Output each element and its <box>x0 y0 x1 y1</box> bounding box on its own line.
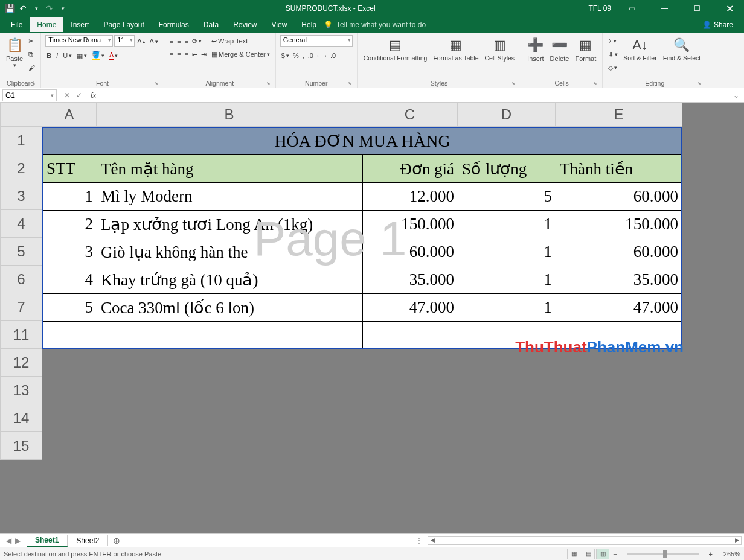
cell[interactable]: 47.000 <box>362 293 458 321</box>
cell[interactable]: 60.000 <box>556 238 682 266</box>
bold-button[interactable]: B <box>45 49 53 62</box>
cell[interactable]: 5 <box>42 293 97 321</box>
zoom-in-button[interactable]: + <box>705 550 716 558</box>
increase-decimal-button[interactable]: .0→ <box>306 49 322 62</box>
column-header-B[interactable]: B <box>97 103 362 127</box>
next-sheet-icon[interactable]: ▶ <box>15 536 21 545</box>
font-size-combo[interactable]: 11 <box>114 35 135 47</box>
cell[interactable]: 1 <box>458 293 556 321</box>
cell[interactable]: 35.000 <box>362 266 458 293</box>
cell[interactable] <box>42 321 97 349</box>
merge-center-button[interactable]: ▦ Merge & Center ▾ <box>210 48 272 61</box>
fx-icon[interactable]: fx <box>87 91 100 100</box>
row-header-4[interactable]: 4 <box>0 210 42 238</box>
normal-view-button[interactable]: ▦ <box>567 549 580 559</box>
cell[interactable]: 1 <box>42 182 97 210</box>
tab-page-layout[interactable]: Page Layout <box>96 18 151 32</box>
copy-button[interactable]: ⧉ <box>27 48 37 61</box>
ribbon-display-icon[interactable]: ▭ <box>620 0 644 17</box>
cell[interactable]: 12.000 <box>362 182 458 210</box>
user-name[interactable]: TFL 09 <box>588 4 611 13</box>
select-all-corner[interactable] <box>0 103 42 127</box>
maximize-icon[interactable]: ☐ <box>685 0 709 17</box>
horizontal-scrollbar[interactable]: ◀ ▶ <box>428 536 742 545</box>
row-header-13[interactable]: 13 <box>0 377 42 404</box>
row-header-7[interactable]: 7 <box>0 293 42 321</box>
autosum-button[interactable]: Σ ▾ <box>606 34 620 48</box>
cell[interactable]: Coca 330ml (lốc 6 lon) <box>97 293 362 321</box>
align-right-button[interactable]: ≡ <box>183 48 190 61</box>
cell[interactable]: 60.000 <box>362 238 458 266</box>
cell[interactable]: Giò lụa không hàn the <box>97 238 362 266</box>
row-header-1[interactable]: 1 <box>0 127 42 154</box>
decrease-decimal-button[interactable]: ←.0 <box>322 49 338 62</box>
cell[interactable]: Số lượng <box>458 154 556 182</box>
insert-cells-button[interactable]: ➕Insert <box>525 34 547 63</box>
cell[interactable]: 3 <box>42 238 97 266</box>
conditional-formatting-button[interactable]: ▤Conditional Formatting <box>361 34 430 63</box>
tab-home[interactable]: Home <box>30 18 63 32</box>
formula-input[interactable] <box>100 89 728 101</box>
format-as-table-button[interactable]: ▦Format as Table <box>431 34 481 63</box>
align-bottom-button[interactable]: ≡ <box>183 34 190 48</box>
column-header-D[interactable]: D <box>458 103 556 127</box>
format-cells-button[interactable]: ▦Format <box>572 34 598 63</box>
prev-sheet-icon[interactable]: ◀ <box>6 536 11 545</box>
undo-icon[interactable]: ↶ <box>18 4 28 13</box>
row-header-6[interactable]: 6 <box>0 266 42 293</box>
row-header-15[interactable]: 15 <box>0 432 42 460</box>
cell[interactable]: Khay trứng gà (10 quả) <box>97 266 362 293</box>
cell[interactable]: 1 <box>458 238 556 266</box>
font-name-combo[interactable]: Times New Roma <box>45 35 113 47</box>
clear-button[interactable]: ◇ ▾ <box>606 61 620 74</box>
italic-button[interactable]: I <box>54 49 60 62</box>
font-color-button[interactable]: A ▾ <box>107 49 120 62</box>
percent-format-button[interactable]: % <box>291 49 301 62</box>
tab-help[interactable]: Help <box>294 18 324 32</box>
column-header-E[interactable]: E <box>556 103 682 127</box>
align-middle-button[interactable]: ≡ <box>175 34 182 48</box>
row-header-12[interactable]: 12 <box>0 349 42 377</box>
zoom-out-button[interactable]: − <box>609 550 620 558</box>
save-icon[interactable]: 💾 <box>5 4 14 13</box>
cell[interactable]: HÓA ĐƠN MUA HÀNG <box>42 127 682 154</box>
tab-formulas[interactable]: Formulas <box>152 18 196 32</box>
qat-customize-icon[interactable]: ▾ <box>58 4 68 13</box>
sheet-tab-1[interactable]: Sheet1 <box>27 535 68 547</box>
tell-me-search[interactable]: 💡 Tell me what you want to do <box>324 21 426 29</box>
cell[interactable]: 35.000 <box>556 266 682 293</box>
column-header-A[interactable]: A <box>42 103 97 127</box>
sheet-splitter[interactable]: ⋮ <box>415 536 428 545</box>
fill-color-button[interactable]: 🪣 ▾ <box>90 49 106 62</box>
cell-styles-button[interactable]: ▥Cell Styles <box>482 34 517 63</box>
page-break-view-button[interactable]: ▥ <box>596 549 609 559</box>
enter-formula-icon[interactable]: ✓ <box>76 91 82 100</box>
wrap-text-button[interactable]: ↩ Wrap Text <box>210 34 272 48</box>
cell[interactable]: 4 <box>42 266 97 293</box>
align-top-button[interactable]: ≡ <box>168 34 175 48</box>
orientation-button[interactable]: ⟳ ▾ <box>190 34 204 48</box>
undo-dropdown-icon[interactable]: ▾ <box>31 4 41 13</box>
comma-format-button[interactable]: , <box>301 49 306 62</box>
decrease-indent-button[interactable]: ⇤ <box>190 48 199 61</box>
tab-review[interactable]: Review <box>226 18 264 32</box>
cell[interactable]: Tên mặt hàng <box>97 154 362 182</box>
close-icon[interactable]: ✕ <box>717 0 742 17</box>
tab-insert[interactable]: Insert <box>63 18 96 32</box>
cell[interactable]: 1 <box>458 266 556 293</box>
cell[interactable]: 47.000 <box>556 293 682 321</box>
redo-icon[interactable]: ↷ <box>45 4 54 13</box>
cell[interactable]: 2 <box>42 210 97 238</box>
fill-button[interactable]: ⬇ ▾ <box>606 48 620 61</box>
cell[interactable]: Thành tiền <box>556 154 682 182</box>
zoom-slider[interactable] <box>627 553 699 555</box>
share-button[interactable]: 👤 Share <box>702 21 740 29</box>
cell[interactable]: Đơn giá <box>362 154 458 182</box>
scroll-right-icon[interactable]: ▶ <box>733 537 741 544</box>
cell[interactable]: 150.000 <box>556 210 682 238</box>
sheet-tab-2[interactable]: Sheet2 <box>68 535 108 546</box>
tab-view[interactable]: View <box>265 18 295 32</box>
cell[interactable] <box>362 321 458 349</box>
tab-file[interactable]: File <box>4 18 30 32</box>
row-header-14[interactable]: 14 <box>0 404 42 432</box>
